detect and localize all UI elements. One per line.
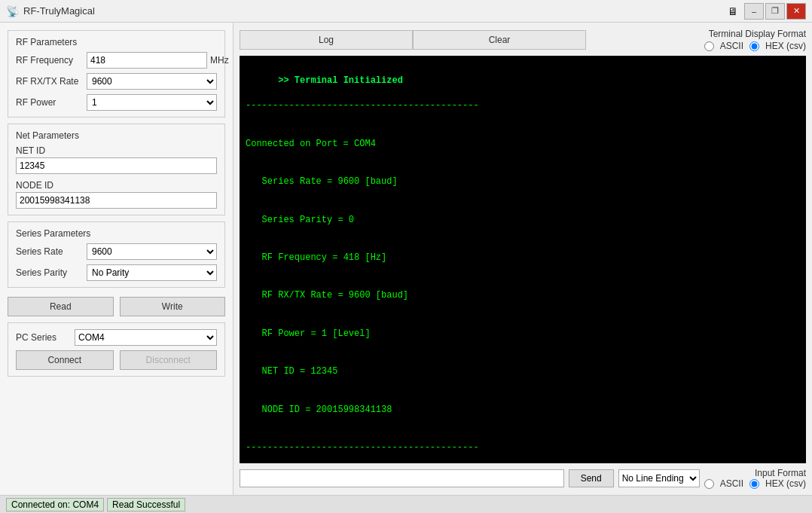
terminal-line-1: Connected on Port = COM4 xyxy=(246,138,800,151)
net-id-input[interactable] xyxy=(16,157,217,174)
read-write-row: Read Write xyxy=(8,297,225,316)
node-id-input[interactable] xyxy=(16,192,217,209)
pc-series-group: PC Series COM1 COM2 COM3 COM4 COM5 Conne… xyxy=(8,322,225,377)
terminal-line-4: RF Frequency = 418 [Hz] xyxy=(246,252,800,264)
input-hex-label: HEX (csv) xyxy=(765,478,806,489)
net-parameters-title: Net Parameters xyxy=(16,130,217,141)
read-button[interactable]: Read xyxy=(8,297,114,316)
terminal-ascii-radio[interactable] xyxy=(704,41,714,51)
terminal-format-section: Terminal Display Format ASCII HEX (csv) xyxy=(704,29,806,51)
terminal-line-5: RF RX/TX Rate = 9600 [baud] xyxy=(246,289,800,302)
terminal-hex-radio[interactable] xyxy=(749,41,759,51)
terminal-line-6: RF Power = 1 [Level] xyxy=(246,328,800,340)
title-bar-left: 📡 RF-TrulyMagical xyxy=(6,5,95,17)
connect-disconnect-row: Connect Disconnect xyxy=(16,350,217,370)
app-icon: 📡 xyxy=(6,5,19,17)
restore-button[interactable]: ❐ xyxy=(765,3,785,20)
net-id-row: NET ID xyxy=(16,145,217,174)
pc-series-row: PC Series COM1 COM2 COM3 COM4 COM5 xyxy=(16,329,217,346)
connect-button[interactable]: Connect xyxy=(16,350,114,370)
disconnect-button[interactable]: Disconnect xyxy=(120,350,218,370)
status-bar: Connected on: COM4 Read Successful xyxy=(0,495,812,513)
close-button[interactable]: ✕ xyxy=(786,3,806,20)
node-id-row: NODE ID xyxy=(16,180,217,209)
net-parameters-group: Net Parameters NET ID NODE ID xyxy=(8,124,225,215)
app-title: RF-TrulyMagical xyxy=(23,5,95,17)
rf-rate-row: RF RX/TX Rate 9600 4800 2400 1200 xyxy=(16,73,217,90)
rf-parameters-group: RF Parameters RF Frequency MHz RF RX/TX … xyxy=(8,30,225,118)
input-ascii-label: ASCII xyxy=(720,478,743,489)
series-parameters-title: Series Parameters xyxy=(16,228,217,239)
rf-rate-select[interactable]: 9600 4800 2400 1200 xyxy=(87,73,217,90)
series-parity-select[interactable]: No Parity Even Odd xyxy=(87,264,217,281)
terminal-line-2: Series Rate = 9600 [baud] xyxy=(246,176,800,188)
monitor-icon: 🖥 xyxy=(723,3,743,20)
terminal-format-label: Terminal Display Format xyxy=(709,29,806,39)
rf-frequency-label: RF Frequency xyxy=(16,55,84,66)
write-button[interactable]: Write xyxy=(120,297,226,316)
series-parity-row: Series Parity No Parity Even Odd xyxy=(16,264,217,281)
terminal-line-3: Series Parity = 0 xyxy=(246,214,800,227)
input-hex-radio[interactable] xyxy=(749,479,759,489)
title-bar-controls: 🖥 – ❐ ✕ xyxy=(723,3,806,20)
clear-button[interactable]: Clear xyxy=(413,30,586,50)
series-rate-select[interactable]: 9600 4800 2400 1200 xyxy=(87,243,217,260)
pc-series-label: PC Series xyxy=(16,332,69,343)
bottom-input-container: Send No Line Ending Newline Carriage Ret… xyxy=(240,468,806,489)
series-rate-row: Series Rate 9600 4800 2400 1200 xyxy=(16,243,217,260)
rf-parameters-title: RF Parameters xyxy=(16,37,217,47)
rf-frequency-unit: MHz xyxy=(210,55,229,66)
input-format-label: Input Format xyxy=(755,468,806,478)
send-input[interactable] xyxy=(240,469,564,487)
left-panel: RF Parameters RF Frequency MHz RF RX/TX … xyxy=(0,23,234,495)
terminal-separator-0: ----------------------------------------… xyxy=(246,99,800,112)
input-format-radio-row: ASCII HEX (csv) xyxy=(704,478,806,489)
rf-frequency-input[interactable] xyxy=(87,52,207,69)
connected-status: Connected on: COM4 xyxy=(6,498,104,511)
terminal-hex-label: HEX (csv) xyxy=(765,41,806,51)
node-id-label: NODE ID xyxy=(16,180,217,191)
terminal-separator-1: ----------------------------------------… xyxy=(246,441,800,454)
right-panel: Log Clear Terminal Display Format ASCII … xyxy=(234,23,812,495)
top-toolbar: Log Clear Terminal Display Format ASCII … xyxy=(240,29,806,51)
terminal-line-0: >> Terminal Initialized xyxy=(278,75,403,86)
rf-frequency-row: RF Frequency MHz xyxy=(16,52,217,69)
terminal-format-radio-row: ASCII HEX (csv) xyxy=(704,41,806,51)
series-parameters-group: Series Parameters Series Rate 9600 4800 … xyxy=(8,221,225,288)
rf-power-label: RF Power xyxy=(16,97,84,108)
line-ending-select[interactable]: No Line Ending Newline Carriage Return B… xyxy=(618,469,700,487)
send-button[interactable]: Send xyxy=(569,469,614,487)
log-button[interactable]: Log xyxy=(240,30,413,50)
input-ascii-radio[interactable] xyxy=(704,479,714,489)
terminal-line-8: NODE ID = 20015998341138 xyxy=(246,404,800,417)
series-parity-label: Series Parity xyxy=(16,267,84,278)
net-id-label: NET ID xyxy=(16,145,217,156)
terminal-line-7: NET ID = 12345 xyxy=(246,365,800,378)
minimize-button[interactable]: – xyxy=(744,3,764,20)
pc-series-select[interactable]: COM1 COM2 COM3 COM4 COM5 xyxy=(75,329,217,346)
series-rate-label: Series Rate xyxy=(16,246,84,257)
toolbar-left: Log Clear xyxy=(240,30,586,50)
input-format-section: Input Format ASCII HEX (csv) xyxy=(704,468,806,489)
read-status: Read Successful xyxy=(107,498,185,511)
title-bar: 📡 RF-TrulyMagical 🖥 – ❐ ✕ xyxy=(0,0,812,23)
terminal-ascii-label: ASCII xyxy=(720,41,743,51)
rf-rate-label: RF RX/TX Rate xyxy=(16,76,84,87)
rf-power-row: RF Power 1 2 3 4 xyxy=(16,94,217,111)
rf-power-select[interactable]: 1 2 3 4 xyxy=(87,94,217,111)
terminal-display: >> Terminal Initialized ----------------… xyxy=(240,56,806,463)
bottom-input-area: Send No Line Ending Newline Carriage Ret… xyxy=(240,469,700,487)
main-content: RF Parameters RF Frequency MHz RF RX/TX … xyxy=(0,23,812,495)
